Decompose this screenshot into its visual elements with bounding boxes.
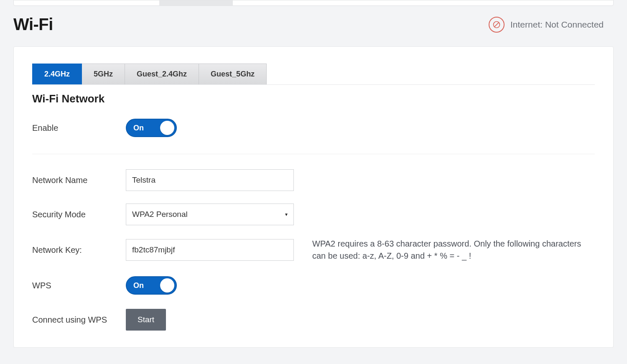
security-mode-label: Security Mode xyxy=(32,210,126,219)
tab-guest-2-4ghz[interactable]: Guest_2.4Ghz xyxy=(125,64,199,84)
network-name-input[interactable] xyxy=(126,169,294,191)
svg-line-1 xyxy=(494,22,499,27)
toggle-knob xyxy=(160,278,174,293)
network-key-input[interactable] xyxy=(126,239,294,261)
tab-label: Guest_5Ghz xyxy=(211,70,255,78)
section-title: Wi-Fi Network xyxy=(32,92,595,105)
toggle-knob xyxy=(160,121,174,135)
start-button[interactable]: Start xyxy=(126,309,166,331)
network-name-label: Network Name xyxy=(32,176,126,185)
enable-label: Enable xyxy=(32,123,126,133)
row-security-mode: Security Mode WPA2 Personal ▾ xyxy=(32,204,595,225)
network-key-label: Network Key: xyxy=(32,245,126,255)
row-connect-wps: Connect using WPS Start xyxy=(32,309,595,331)
top-nav-active-placeholder xyxy=(159,0,233,5)
tab-2-4ghz[interactable]: 2.4GHz xyxy=(32,64,82,84)
wifi-panel: 2.4GHz 5GHz Guest_2.4Ghz Guest_5Ghz Wi-F… xyxy=(13,46,614,348)
connect-wps-label: Connect using WPS xyxy=(32,315,126,325)
page-title: Wi-Fi xyxy=(13,15,53,34)
top-nav-strip xyxy=(13,0,614,6)
toggle-on-label: On xyxy=(133,124,144,132)
enable-toggle[interactable]: On xyxy=(126,119,177,137)
network-key-help: WPA2 requires a 8-63 character password.… xyxy=(294,238,595,262)
tab-label: 2.4GHz xyxy=(44,70,70,78)
page-header: Wi-Fi Internet: Not Connected xyxy=(0,6,627,46)
wps-label: WPS xyxy=(32,281,126,290)
row-enable: Enable On xyxy=(32,117,595,139)
row-network-key: Network Key: WPA2 requires a 8-63 charac… xyxy=(32,238,595,262)
row-wps: WPS On xyxy=(32,275,595,296)
row-network-name: Network Name xyxy=(32,169,595,191)
security-mode-select[interactable]: WPA2 Personal ▾ xyxy=(126,204,294,225)
chevron-down-icon: ▾ xyxy=(285,211,288,217)
security-mode-value: WPA2 Personal xyxy=(132,210,188,219)
no-internet-icon xyxy=(489,17,505,33)
divider xyxy=(32,154,595,154)
tab-5ghz[interactable]: 5GHz xyxy=(82,64,125,84)
toggle-on-label: On xyxy=(133,281,144,290)
tab-label: Guest_2.4Ghz xyxy=(137,70,187,78)
wps-toggle[interactable]: On xyxy=(126,276,177,295)
tab-label: 5GHz xyxy=(94,70,113,78)
band-tabs: 2.4GHz 5GHz Guest_2.4Ghz Guest_5Ghz xyxy=(32,64,595,85)
internet-status: Internet: Not Connected xyxy=(489,17,604,33)
tab-guest-5ghz[interactable]: Guest_5Ghz xyxy=(199,64,267,84)
start-button-label: Start xyxy=(138,315,154,324)
internet-status-label: Internet: Not Connected xyxy=(510,20,604,30)
